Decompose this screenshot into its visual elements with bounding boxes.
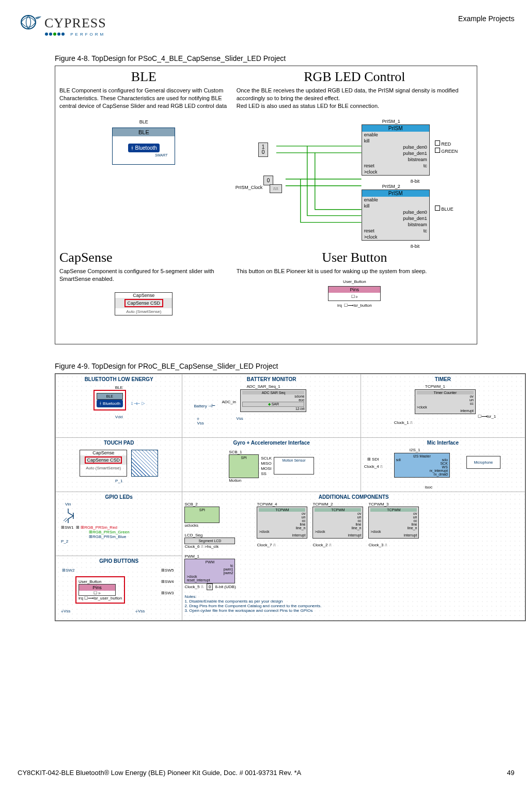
figure-4-8-caption: Figure 4-8. TopDesign for PSoC_4_BLE_Cap… [55,54,514,62]
page-number: 49 [507,769,514,777]
footer-doc-id: CY8CKIT-042-BLE Bluetooth® Low Energy (B… [18,769,301,777]
section-label: Example Projects [458,14,514,23]
capsense-desc: CapSense Component is configured for 5-s… [59,267,228,283]
brand-name: CYPRESS [44,15,106,31]
ble-comp-label: BLE [59,119,228,124]
touchpad-icon [131,450,158,477]
f49-gpio-buttons: GPIO BUTTONS ⊞SW2 User_Button Pins☐ ▹ ir… [56,556,182,620]
f49-ble: BLUETOOTH LOW ENERGY BLE BLE ᚼ Bluetooth… [56,374,182,438]
prism-clock-label: PrISM_Clock [236,185,263,190]
prism-1: PrISM enable kill pulse_den0 pulse_den1 … [362,124,430,176]
ble-title: BLE [59,69,228,85]
rgb-desc: Once the BLE receives the updated RGB LE… [237,87,473,110]
capsense-component: CapSense CapSense CSD Auto (SmartSense) [115,292,173,315]
page: CYPRESS PERFORM Example Projects Figure … [0,0,532,790]
f49-mic: Mic Interface I2S_1 I2S Master sdisdo SC… [361,438,525,492]
ble-desc: BLE Component is configured for General … [59,87,228,110]
bluetooth-icon: ᚼ Bluetooth [128,144,160,152]
capsense-title: CapSense [59,250,228,265]
f49-gpio-leds: GPIO LEDs Vin ⊞SW1 ⊞ ⊞RGB_PRSm_Red ⊞RGB_… [56,492,182,556]
antenna-icon: ⟟ ⊣⊢ ▷ [131,401,144,406]
user-button-section: User Button This button on BLE Pioneer k… [232,247,477,344]
f49-timer: TIMER TCPWM_1 Timer Counter ov un cc >cl… [361,374,525,438]
rgb-section: RGB LED Control Once the BLE receives th… [232,66,477,247]
f49-battery: BATTERY MONITOR ADC_SAR_Seq_1 ADC SAR Se… [182,374,361,438]
globe-icon [18,14,41,32]
ble-component: BLE ᚼ BluetoothSMART [112,128,175,165]
green-pin-icon [435,148,440,153]
page-footer: CY8CKIT-042-BLE Bluetooth® Low Energy (B… [18,769,514,777]
user-button-title: User Button [237,250,473,265]
const-one-zero: 10 [258,143,269,157]
f49-ble-component: BLE ᚼ Bluetooth [93,390,126,410]
f49-touch: TOUCH PAD CapSense CapSense CSD Auto (Sm… [56,438,182,492]
red-pin-icon [435,140,440,146]
user-button-red-outline: User_Button Pins☐ ▹ irq ☐⟶isr_user_butto… [75,576,125,604]
page-header: CYPRESS PERFORM Example Projects [18,14,514,37]
prism-2: PrISM enable kill pulse_den0 pulse_den1 … [362,189,430,241]
f49-gyro: Gyro + Accelerometer Interface SCB_1 SPI… [182,438,361,492]
f49-additional: ADDITIONAL COMPONENTS SCB_2 SPI uclocks … [182,492,525,621]
figure-4-8: BLE BLE Component is configured for Gene… [55,66,477,344]
user-button-desc: This button on BLE Pioneer kit is used f… [237,267,473,275]
capsense-section: CapSense CapSense Component is configure… [55,247,232,344]
logo-block: CYPRESS PERFORM [18,14,106,37]
blue-pin-icon [435,206,440,211]
user-button-component: Pins ☐ ▹ [328,286,381,301]
led-icon [62,507,180,525]
rgb-title: RGB LED Control [237,69,473,85]
figure-4-9: BLUETOOTH LOW ENERGY BLE BLE ᚼ Bluetooth… [55,373,526,621]
figure-4-9-caption: Figure 4-9. TopDesign for PRoC_BLE_CapSe… [55,362,514,370]
ble-section: BLE BLE Component is configured for Gene… [55,66,232,247]
brand-tagline: PERFORM [44,32,106,37]
prism-clock-block: ⎍⎍ [270,184,282,193]
